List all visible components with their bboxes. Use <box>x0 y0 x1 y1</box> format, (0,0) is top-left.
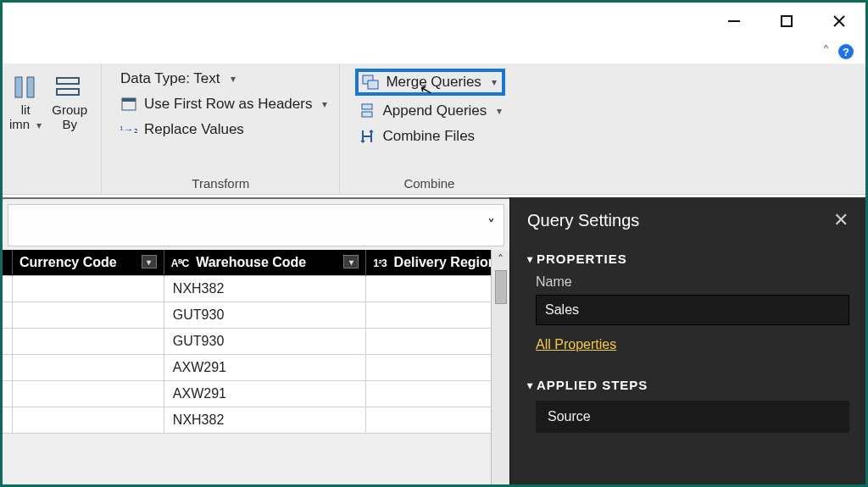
applied-step-source[interactable]: Source <box>536 401 849 433</box>
column-header-currency[interactable]: Currency Code ▾ <box>13 250 164 276</box>
merge-queries-label: Merge Queries <box>386 74 481 91</box>
close-panel-icon[interactable]: ✕ <box>833 209 849 231</box>
column-header-currency-label: Currency Code <box>19 255 117 269</box>
combine-group-label: Combine <box>348 174 509 192</box>
svg-rect-7 <box>57 89 79 95</box>
formula-bar[interactable]: ˅ <box>8 204 504 246</box>
number-type-icon: 1²3 <box>373 257 387 269</box>
filter-icon[interactable]: ▾ <box>343 255 359 268</box>
append-queries-label: Append Queries <box>382 102 487 119</box>
split-column-button[interactable]: litimn ▾ <box>4 69 47 174</box>
svg-rect-4 <box>15 77 22 97</box>
scroll-up-icon[interactable]: ˄ <box>498 250 504 268</box>
group-by-icon <box>55 72 84 102</box>
all-properties-link[interactable]: All Properties <box>536 337 616 352</box>
group-by-label-2: By <box>62 117 77 131</box>
ribbon: litimn ▾ GroupBy Data Type: Text ▾ <box>3 64 865 195</box>
column-header-partial[interactable] <box>3 250 13 276</box>
formula-expand-icon[interactable]: ˅ <box>487 216 495 235</box>
filter-icon[interactable]: ▾ <box>142 255 157 268</box>
chevron-down-icon: ▾ <box>36 119 42 131</box>
replace-values-button[interactable]: ¹→₂ Replace Values <box>117 119 331 140</box>
first-row-headers-button[interactable]: Use First Row as Headers ▾ <box>117 94 331 114</box>
first-row-headers-label: Use First Row as Headers <box>144 96 312 113</box>
svg-rect-12 <box>362 104 372 109</box>
column-header-delivery-label: Delivery Regior <box>394 255 493 269</box>
replace-values-label: Replace Values <box>144 121 244 138</box>
chevron-down-icon: ▾ <box>322 98 327 110</box>
data-grid-wrap: Currency Code ▾ AᴮC Warehouse Code ▾ 1²3… <box>3 250 509 484</box>
column-header-delivery[interactable]: 1²3 Delivery Regior <box>366 250 501 276</box>
svg-rect-1 <box>782 16 792 26</box>
svg-rect-5 <box>27 77 34 97</box>
group-label-blank <box>4 174 92 192</box>
data-grid-body: NXH382 GUT930 GUT930 AXW291 AXW291 NXH38… <box>3 276 501 434</box>
svg-rect-6 <box>57 78 79 84</box>
table-row[interactable]: NXH382 <box>3 407 501 434</box>
split-column-icon <box>14 72 37 102</box>
chevron-down-icon: ▾ <box>231 73 236 85</box>
ribbon-group-partial: litimn ▾ GroupBy <box>3 64 102 194</box>
ribbon-collapse-icon[interactable]: ˄ <box>822 42 830 61</box>
help-icon[interactable]: ? <box>838 44 854 59</box>
minimize-button[interactable] <box>708 3 760 40</box>
maximize-button[interactable] <box>760 3 813 40</box>
data-type-button[interactable]: Data Type: Text ▾ <box>117 69 331 89</box>
table-header-icon <box>120 97 137 112</box>
merge-queries-button[interactable]: Merge Queries ▾ ↖ <box>355 69 505 96</box>
data-pane: ˅ Currency Code ▾ AᴮC Wareho <box>3 197 509 484</box>
table-row[interactable]: NXH382 <box>3 276 501 302</box>
content-area: ˅ Currency Code ▾ AᴮC Wareho <box>3 197 865 484</box>
app-window: ˄ ? litimn ▾ GroupBy <box>0 0 868 487</box>
qat-row: ˄ ? <box>3 40 865 64</box>
combine-files-label: Combine Files <box>382 128 475 145</box>
close-button[interactable] <box>813 3 865 40</box>
column-header-warehouse[interactable]: AᴮC Warehouse Code ▾ <box>164 250 365 276</box>
replace-values-icon: ¹→₂ <box>120 122 137 137</box>
name-label: Name <box>536 274 849 290</box>
query-name-input[interactable] <box>536 295 849 325</box>
merge-queries-icon <box>362 75 379 90</box>
vertical-scrollbar[interactable]: ˄ <box>491 250 509 484</box>
properties-header[interactable]: PROPERTIES <box>527 252 849 266</box>
table-row[interactable]: AXW291 <box>3 381 501 407</box>
scroll-thumb[interactable] <box>495 270 507 304</box>
combine-files-button[interactable]: Combine Files <box>355 126 505 147</box>
split-column-label-1: lit <box>21 102 31 117</box>
svg-rect-11 <box>368 80 378 89</box>
text-type-icon: AᴮC <box>171 257 189 269</box>
applied-steps-header[interactable]: APPLIED STEPS <box>527 378 849 392</box>
table-row[interactable]: GUT930 <box>3 302 501 329</box>
append-queries-button[interactable]: Append Queries ▾ <box>355 101 505 121</box>
ribbon-group-transform: Data Type: Text ▾ Use First Row as Heade… <box>102 64 340 194</box>
chevron-down-icon: ▾ <box>492 76 497 88</box>
query-settings-panel: Query Settings ✕ PROPERTIES Name All Pro… <box>509 197 865 484</box>
table-row[interactable]: GUT930 <box>3 329 501 355</box>
query-settings-title: Query Settings <box>527 211 639 230</box>
title-bar <box>3 3 865 40</box>
group-by-button[interactable]: GroupBy <box>47 69 92 174</box>
column-header-warehouse-label: Warehouse Code <box>196 255 306 269</box>
group-by-label-1: Group <box>52 102 87 117</box>
append-queries-icon <box>359 103 376 119</box>
svg-rect-9 <box>122 98 136 102</box>
combine-files-icon <box>359 129 376 144</box>
data-grid[interactable]: Currency Code ▾ AᴮC Warehouse Code ▾ 1²3… <box>3 250 501 434</box>
split-column-label-2: imn <box>9 117 30 131</box>
table-row[interactable]: AXW291 <box>3 355 501 381</box>
data-type-label: Data Type: Text <box>120 70 220 87</box>
svg-rect-13 <box>362 112 372 117</box>
transform-group-label: Transform <box>110 174 331 192</box>
chevron-down-icon: ▾ <box>497 105 502 117</box>
ribbon-group-combine: Merge Queries ▾ ↖ Append Queries ▾ <box>340 64 518 194</box>
